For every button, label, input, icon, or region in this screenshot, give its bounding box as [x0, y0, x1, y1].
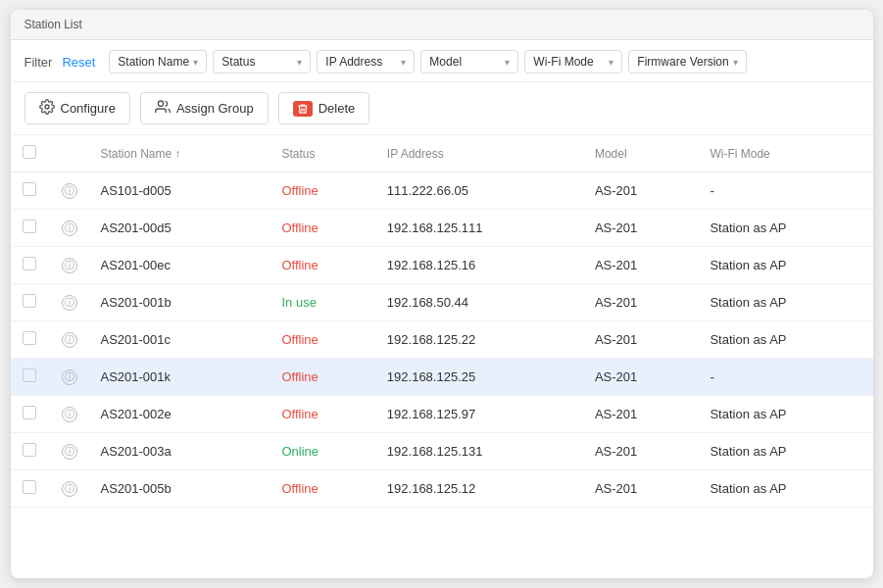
row-model: AS-201	[583, 172, 699, 210]
row-station-name: AS201-00d5	[89, 210, 270, 247]
filter-ip-address[interactable]: IP Address ▾	[317, 50, 415, 74]
chevron-down-icon: ▾	[505, 57, 510, 68]
row-checkbox-cell	[11, 359, 50, 396]
row-ip: 192.168.125.25	[375, 359, 583, 396]
row-model: AS-201	[583, 284, 699, 321]
info-icon[interactable]: ⓘ	[62, 295, 77, 311]
station-table: Station Name ↑ Status IP Address Model W…	[11, 135, 873, 508]
info-icon[interactable]: ⓘ	[62, 369, 77, 385]
filter-model[interactable]: Model ▾	[420, 50, 518, 74]
row-checkbox-cell	[11, 247, 50, 284]
row-station-name: AS201-002e	[89, 396, 270, 433]
table-header-row: Station Name ↑ Status IP Address Model W…	[11, 135, 873, 172]
row-info-cell: ⓘ	[50, 172, 89, 210]
row-model: AS-201	[583, 396, 699, 433]
filter-station-name[interactable]: Station Name ▾	[109, 50, 207, 74]
filter-toolbar: Filter Reset Station Name ▾ Status ▾ IP …	[11, 40, 873, 82]
col-station-name[interactable]: Station Name ↑	[89, 135, 270, 172]
actions-bar: Configure Assign Group	[11, 82, 873, 135]
row-station-name: AS101-d005	[89, 172, 270, 210]
row-model: AS-201	[583, 247, 699, 284]
table-row: ⓘ AS201-00d5 Offline 192.168.125.111 AS-…	[11, 210, 873, 247]
info-icon[interactable]: ⓘ	[62, 444, 77, 460]
row-status: Offline	[270, 396, 374, 433]
table-row: ⓘ AS201-001c Offline 192.168.125.22 AS-2…	[11, 321, 873, 359]
row-model: AS-201	[583, 359, 699, 396]
row-status: Offline	[270, 210, 374, 247]
filter-label: Filter	[25, 55, 53, 70]
info-icon[interactable]: ⓘ	[62, 332, 77, 348]
table-row: ⓘ AS201-005b Offline 192.168.125.12 AS-2…	[11, 470, 873, 508]
info-icon[interactable]: ⓘ	[62, 481, 77, 497]
station-list-window: Station List Filter Reset Station Name ▾…	[11, 10, 873, 578]
row-info-cell: ⓘ	[50, 396, 89, 433]
row-ip: 192.168.50.44	[375, 284, 583, 321]
svg-point-0	[45, 105, 49, 109]
assign-group-button[interactable]: Assign Group	[140, 92, 269, 124]
row-status: Online	[270, 433, 374, 470]
chevron-down-icon: ▾	[401, 57, 406, 68]
delete-icon	[293, 101, 313, 117]
title-bar: Station List	[11, 10, 873, 40]
row-info-cell: ⓘ	[50, 284, 89, 321]
row-checkbox[interactable]	[23, 257, 36, 270]
row-checkbox[interactable]	[23, 368, 36, 382]
row-wifi-mode: Station as AP	[698, 321, 872, 359]
col-status: Status	[270, 135, 374, 172]
row-status: Offline	[270, 172, 374, 210]
filter-status[interactable]: Status ▾	[213, 50, 311, 74]
table-row: ⓘ AS201-002e Offline 192.168.125.97 AS-2…	[11, 396, 873, 433]
row-checkbox[interactable]	[23, 406, 36, 419]
info-icon[interactable]: ⓘ	[62, 183, 77, 199]
row-checkbox[interactable]	[23, 443, 36, 457]
row-ip: 192.168.125.22	[375, 321, 583, 359]
col-ip: IP Address	[375, 135, 583, 172]
filter-firmware-version[interactable]: Firmware Version ▾	[628, 50, 746, 74]
row-station-name: AS201-001b	[89, 284, 270, 321]
row-checkbox-cell	[11, 284, 50, 321]
station-table-wrap: Station Name ↑ Status IP Address Model W…	[11, 135, 873, 508]
assign-group-icon	[155, 99, 171, 118]
row-checkbox-cell	[11, 321, 50, 359]
configure-icon	[39, 99, 55, 118]
row-info-cell: ⓘ	[50, 247, 89, 284]
row-status: Offline	[270, 359, 374, 396]
row-wifi-mode: Station as AP	[698, 433, 872, 470]
row-wifi-mode: Station as AP	[698, 396, 872, 433]
row-station-name: AS201-001k	[89, 359, 270, 396]
chevron-down-icon: ▾	[733, 57, 738, 68]
row-status: Offline	[270, 247, 374, 284]
delete-button[interactable]: Delete	[278, 92, 370, 124]
select-all-checkbox[interactable]	[23, 145, 36, 159]
row-ip: 111.222.66.05	[375, 172, 583, 210]
row-checkbox-cell	[11, 433, 50, 470]
info-icon[interactable]: ⓘ	[62, 258, 77, 273]
reset-button[interactable]: Reset	[62, 55, 95, 70]
chevron-down-icon: ▾	[193, 57, 198, 68]
row-checkbox-cell	[11, 210, 50, 247]
configure-button[interactable]: Configure	[25, 92, 130, 124]
chevron-down-icon: ▾	[609, 57, 613, 68]
row-checkbox[interactable]	[23, 220, 36, 233]
row-ip: 192.168.125.97	[375, 396, 583, 433]
row-wifi-mode: Station as AP	[698, 210, 872, 247]
row-checkbox[interactable]	[23, 480, 36, 494]
row-status: In use	[270, 284, 374, 321]
table-row: ⓘ AS201-00ec Offline 192.168.125.16 AS-2…	[11, 247, 873, 284]
row-info-cell: ⓘ	[50, 470, 89, 508]
row-checkbox[interactable]	[23, 331, 36, 345]
svg-point-1	[158, 101, 163, 106]
filter-wifi-mode[interactable]: Wi-Fi Mode ▾	[524, 50, 622, 74]
row-checkbox[interactable]	[23, 294, 36, 308]
row-status: Offline	[270, 470, 374, 508]
info-icon[interactable]: ⓘ	[62, 220, 77, 236]
col-wifi-mode: Wi-Fi Mode	[698, 135, 872, 172]
row-checkbox[interactable]	[23, 182, 36, 196]
row-station-name: AS201-003a	[89, 433, 270, 470]
row-model: AS-201	[583, 210, 699, 247]
info-icon[interactable]: ⓘ	[62, 407, 77, 422]
row-checkbox-cell	[11, 172, 50, 210]
col-model: Model	[583, 135, 699, 172]
row-checkbox-cell	[11, 470, 50, 508]
table-row: ⓘ AS201-001k Offline 192.168.125.25 AS-2…	[11, 359, 873, 396]
